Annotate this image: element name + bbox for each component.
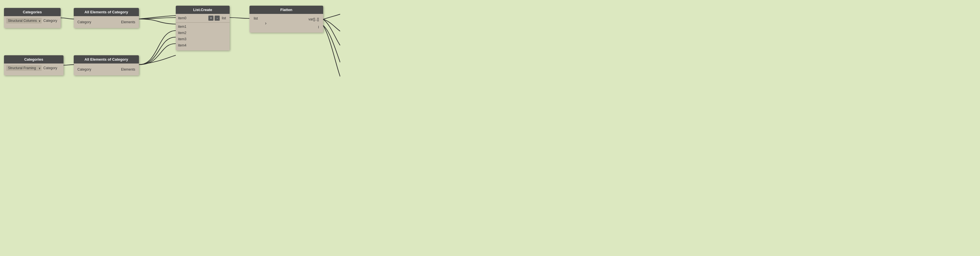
- categories-node-1: Categories Structural Columns Structural…: [4, 8, 60, 28]
- flatten-arrow-icon: ›: [265, 21, 266, 26]
- list-create-header: List.Create: [176, 6, 230, 14]
- conn-lc-to-flatten-list: [230, 17, 250, 18]
- list-create-node: List.Create item0 + - list item1 item2 i…: [176, 6, 230, 51]
- list-create-title: List.Create: [193, 8, 212, 12]
- conn-flatten-out-1: [323, 14, 340, 19]
- list-create-plus-button[interactable]: +: [208, 16, 213, 21]
- conn-cat2-to-el2: [64, 65, 74, 65]
- conn-el2-to-lc-item4: [139, 44, 176, 65]
- flatten-input-col: list: [250, 14, 262, 33]
- all-elements-1-output: Elements: [106, 19, 137, 25]
- list-create-item2: item2: [178, 30, 228, 36]
- all-elements-1-input: Category: [76, 19, 106, 25]
- conn-el2-to-lc-item2: [139, 30, 176, 65]
- categories-1-dropdown[interactable]: Structural Columns Structural Framing Wa…: [6, 18, 42, 24]
- conn-extra-1: [139, 16, 176, 19]
- categories-node-2: Categories Structural Columns Structural…: [4, 55, 64, 75]
- list-create-minus-button[interactable]: -: [215, 16, 220, 21]
- list-create-item3: item3: [178, 36, 228, 42]
- conn-el2-to-lc-item3: [139, 37, 176, 65]
- conn-flatten-out-3: [323, 19, 340, 45]
- conn-el1-to-lc-item0: [139, 17, 176, 19]
- flatten-output-2: l: [317, 24, 320, 30]
- categories-2-output: Category: [43, 66, 57, 70]
- categories-1-header: Categories: [4, 8, 60, 16]
- conn-flatten-out-4: [323, 25, 340, 62]
- flatten-arrow: ›: [262, 14, 269, 33]
- list-create-item0: item0: [178, 15, 208, 21]
- conn-flatten-out-5: [323, 25, 340, 76]
- list-create-item1: item1: [178, 24, 228, 30]
- categories-1-dropdown-wrapper[interactable]: Structural Columns Structural Framing Wa…: [6, 18, 42, 24]
- flatten-node: Flatten list › var[]..[] l: [250, 6, 323, 33]
- all-elements-2-input: Category: [76, 66, 106, 73]
- all-elements-node-2: All Elements of Category Category Elemen…: [74, 55, 139, 75]
- all-elements-1-header: All Elements of Category: [74, 8, 139, 16]
- all-elements-node-1: All Elements of Category Category Elemen…: [74, 8, 139, 28]
- conn-cat1-to-el1: [60, 18, 74, 19]
- flatten-output-col: var[]..[] l: [269, 14, 323, 33]
- list-create-output: list: [220, 15, 228, 21]
- all-elements-2-header: All Elements of Category: [74, 55, 139, 64]
- categories-2-header: Categories: [4, 55, 64, 64]
- conn-el1-to-lc-item1: [139, 19, 176, 24]
- flatten-header: Flatten: [250, 6, 323, 14]
- flatten-output-1: var[]..[]: [307, 16, 320, 22]
- all-elements-2-output: Elements: [106, 66, 137, 73]
- categories-2-dropdown-wrapper[interactable]: Structural Columns Structural Framing Wa…: [6, 65, 42, 71]
- categories-1-output: Category: [43, 19, 57, 23]
- list-create-item4: item4: [178, 43, 228, 48]
- categories-2-dropdown[interactable]: Structural Columns Structural Framing Wa…: [6, 65, 42, 71]
- conn-flatten-out-2: [323, 19, 340, 31]
- flatten-input: list: [252, 15, 259, 22]
- conn-extra-2: [139, 55, 176, 65]
